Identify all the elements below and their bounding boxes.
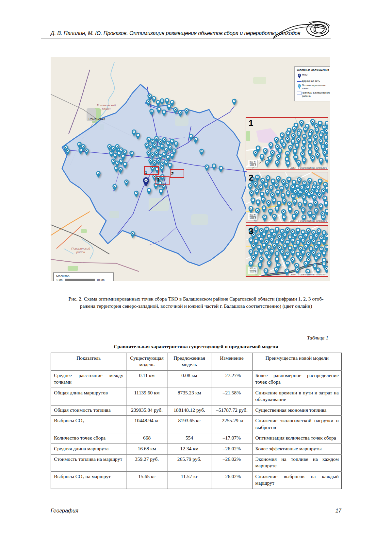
map-pin: [303, 199, 308, 207]
inset-1-number: 1: [249, 118, 253, 128]
figure-caption-line1: Рис. 2. Схема оптимизированных точек сбо…: [51, 295, 341, 303]
map-pin: [297, 177, 302, 185]
map-pin: [285, 136, 290, 144]
value-cell: –27.27%: [211, 371, 253, 388]
running-head: Д. В. Папилин, М. Ю. Проказов. Оптимизац…: [51, 30, 279, 36]
map-pin: [272, 214, 277, 221]
map-pin: [299, 120, 304, 128]
inset-3-number: 3: [249, 226, 253, 236]
table-row: Общая стоимость топлива239935.84 руб.188…: [51, 405, 342, 416]
map-pin: [313, 200, 318, 208]
scale-left-label: 1 km: [56, 278, 63, 281]
legend-item-label: Границы Балашовского района: [302, 91, 330, 98]
value-cell: –21.58%: [211, 388, 253, 405]
value-cell: 554: [168, 433, 211, 443]
map-pin: [266, 200, 271, 208]
map-pin: [325, 156, 328, 164]
table-row: Количество точек сбора668554–17.07%Оптим…: [51, 433, 342, 443]
value-cell: 15.65 кг: [126, 472, 168, 489]
map-pin: [262, 205, 267, 213]
map-pin: [262, 215, 267, 222]
value-cell: 16.68 км: [126, 444, 168, 454]
map-pin: [285, 183, 289, 191]
map-pin: [282, 198, 287, 206]
map-pin: [259, 249, 264, 256]
map-pin: [255, 175, 260, 182]
inset-scale-m: 500 m: [250, 214, 256, 217]
label-romanovsky-district: Романовский район: [93, 104, 119, 111]
map-pin: [290, 257, 295, 265]
region-rect-1-label: 1: [145, 170, 147, 175]
value-cell: 8735.23 км: [168, 388, 211, 405]
legend-item-label: МПЗ: [302, 73, 307, 77]
map-pin: [264, 268, 269, 276]
page: Д. В. Папилин, М. Ю. Проказов. Оптимизац…: [0, 0, 392, 555]
inset-2-scalebar: 500 m 1000 ft: [248, 213, 258, 220]
map-pin: [303, 261, 308, 269]
map-pin: [318, 121, 323, 128]
legend-item-mpz: МПЗ: [297, 73, 330, 78]
column-header: Преимущества новой модели: [253, 353, 342, 371]
value-cell: 11.57 кг: [168, 472, 211, 489]
map-pin: [319, 158, 324, 165]
ornament-icon: [273, 18, 332, 40]
scale-title: Масштаб: [56, 274, 113, 278]
legend-item-optimized-points: Оптимизированные точки: [297, 84, 330, 90]
map-pin: [268, 209, 273, 216]
table-row: Выбросы CO₂ на маршрут15.65 кг11.57 кг–2…: [51, 472, 342, 489]
value-cell: –17.07%: [211, 433, 253, 443]
indicator-cell: Общая длина маршрутов: [51, 388, 126, 405]
label-romanovka: Романовка: [89, 117, 105, 121]
figure-map: Романовский район Романовка Поворинский …: [51, 57, 330, 281]
column-header: Изменение: [211, 353, 253, 371]
value-cell: 668: [126, 433, 168, 443]
inset-1-points-layer: [246, 118, 328, 170]
map-pin: [318, 203, 323, 211]
advantage-cell: Снижение экологической нагрузки и выброс…: [253, 416, 342, 433]
map-pin: [280, 132, 285, 140]
advantage-cell: Более равномерное распределение точек сб…: [253, 371, 342, 388]
inset-2: 2 500 m 1000 ft Leaflet | © OpenStreetMa…: [246, 172, 328, 223]
map-pin: [266, 175, 270, 183]
table-row: Стоимость топлива на маршрут359.27 руб.2…: [51, 454, 342, 472]
map-pin: [285, 261, 290, 268]
table-title: Сравнительная характеристика существующе…: [51, 344, 341, 350]
comparison-table-body: Среднее расстояние между точками0.11 км0…: [51, 371, 342, 489]
map-scale-box: Масштаб 1 km 10 km: [53, 272, 114, 281]
page-number: 17: [312, 508, 341, 514]
map-pin: [274, 267, 279, 274]
inset-scale-m: 500 m: [250, 161, 256, 164]
map-pin: [274, 137, 279, 145]
mpz-pin-icon: [297, 74, 302, 78]
value-cell: –2255.29 кг: [211, 416, 253, 433]
map-pin: [276, 176, 281, 183]
map-pin: [298, 255, 303, 263]
indicator-cell: Среднее расстояние между точками: [51, 371, 126, 388]
map-pin: [143, 177, 149, 186]
map-pin: [314, 255, 319, 263]
inset-2-points-layer: [246, 172, 328, 223]
value-cell: –51787.72 руб.: [211, 405, 253, 416]
inset-2-number: 2: [249, 173, 253, 183]
legend-item-roads: Дорожная сеть: [297, 79, 330, 83]
map-pin: [249, 206, 253, 214]
map-pin: [275, 160, 280, 167]
map-pin: [261, 197, 266, 204]
map-pin: [307, 178, 312, 185]
map-pin: [256, 199, 261, 207]
map-pin: [248, 183, 253, 191]
indicator-cell: Выбросы CO₂ на маршрут: [51, 472, 126, 489]
region-rect-2-label: 2: [171, 171, 174, 176]
table-row: Общая длина маршрутов11139.60 км8735.23 …: [51, 388, 342, 405]
column-header: Показатель: [51, 353, 126, 371]
inset-1-attribution: Leaflet | © OpenStreetMap contributors: [289, 167, 328, 169]
map-pin: [324, 266, 328, 274]
map-pin: [288, 207, 293, 214]
value-cell: 8193.65 кг: [168, 416, 211, 433]
indicator-cell: Стоимость топлива на маршрут: [51, 454, 126, 472]
advantage-cell: Существенная экономия топлива: [253, 405, 342, 416]
value-cell: 11139.60 км: [126, 388, 168, 405]
map-pin: [275, 190, 280, 197]
map-pin: [282, 142, 286, 150]
legend-item-label: Дорожная сеть: [302, 79, 320, 83]
